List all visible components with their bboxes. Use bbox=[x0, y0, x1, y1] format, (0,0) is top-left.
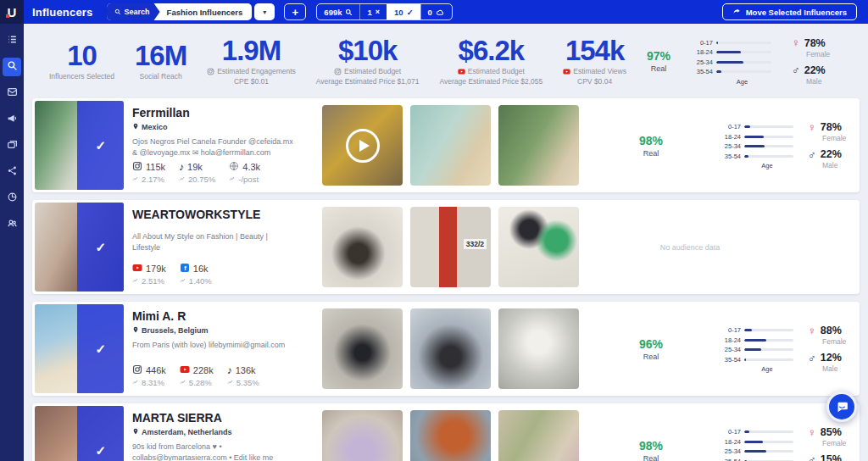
sidebar-item-inbox[interactable] bbox=[3, 84, 21, 103]
real-followers: 98% Real bbox=[626, 439, 676, 461]
stat-estimated-budget-instagram: $10k Estimated Budget Average Estimated … bbox=[316, 36, 420, 86]
app-logo[interactable]: U bbox=[0, 0, 24, 24]
chevron-down-icon: ▾ bbox=[263, 8, 266, 16]
segment-selected[interactable]: 10 ✓ bbox=[387, 4, 420, 19]
age-distribution-chart: 0-17 18-24 25-34 35-54 Age bbox=[691, 36, 771, 86]
forward-arrow-icon bbox=[732, 8, 741, 16]
influencer-row: ✓ WEARTOWORKSTYLE All About My Style on … bbox=[32, 200, 860, 294]
platform-stat: 179k 2.51% bbox=[132, 263, 166, 286]
segment-results[interactable]: 699k bbox=[317, 4, 359, 19]
sidebar-item-lists[interactable] bbox=[3, 31, 21, 50]
sidebar: U bbox=[0, 0, 24, 461]
segment-excluded[interactable]: 1 × bbox=[359, 4, 387, 19]
post-thumbnail[interactable]: 332/2 bbox=[410, 207, 491, 287]
post-thumbnails bbox=[322, 98, 579, 192]
post-thumbnail[interactable] bbox=[498, 410, 579, 461]
stat-influencers-selected: 10 Influencers Selected bbox=[49, 42, 114, 81]
chat-widget-button[interactable] bbox=[826, 392, 857, 422]
post-thumbnails bbox=[322, 403, 579, 461]
platform-stat: 4.3k -/post bbox=[229, 161, 260, 184]
search-icon bbox=[114, 8, 121, 15]
sidebar-item-search[interactable] bbox=[3, 58, 21, 76]
engagement-icon bbox=[227, 378, 234, 387]
female-icon: ♀ bbox=[808, 427, 816, 438]
post-thumbnail[interactable] bbox=[410, 410, 491, 461]
search-dropdown-button[interactable]: ▾ bbox=[254, 3, 275, 20]
audience-zone: 98% Real 0-17 18-24 25-34 35-54 Age ♀78%… bbox=[571, 98, 860, 192]
gender-split: ♀85% Female ♂15% Male bbox=[808, 426, 864, 461]
tiktok-icon: ♪ bbox=[227, 364, 232, 376]
gender-split: ♀88% Female ♂12% Male bbox=[808, 325, 864, 373]
search-query-value[interactable]: Fashion Influencers bbox=[160, 8, 253, 17]
influencer-avatar[interactable]: ✓ bbox=[35, 304, 124, 393]
website-icon bbox=[229, 161, 239, 173]
summary-bar: 10 Influencers Selected 16M Social Reach… bbox=[24, 24, 868, 98]
influencer-avatar[interactable]: ✓ bbox=[35, 406, 124, 461]
male-icon: ♂ bbox=[808, 454, 816, 461]
close-icon: × bbox=[376, 8, 380, 16]
check-icon: ✓ bbox=[95, 443, 106, 458]
cloud-icon bbox=[436, 8, 445, 17]
instagram-icon bbox=[132, 161, 142, 173]
instagram-icon bbox=[207, 68, 214, 75]
search-button[interactable]: Search bbox=[107, 3, 160, 20]
move-selected-button[interactable]: Move Selected Influencers bbox=[722, 3, 857, 20]
influencer-info: WEARTOWORKSTYLE All About My Style on Fa… bbox=[126, 200, 306, 294]
instagram-icon bbox=[334, 68, 342, 75]
post-thumbnail[interactable] bbox=[498, 207, 579, 287]
check-icon: ✓ bbox=[95, 240, 106, 255]
influencer-name[interactable]: WEARTOWORKSTYLE bbox=[132, 208, 303, 221]
result-segments: 699k 1 × 10 ✓ 0 bbox=[316, 3, 453, 20]
check-icon: ✓ bbox=[95, 138, 106, 153]
sidebar-item-share[interactable] bbox=[3, 163, 21, 181]
megaphone-icon bbox=[7, 112, 18, 127]
post-thumbnail[interactable] bbox=[410, 308, 491, 389]
post-thumbnail[interactable] bbox=[498, 105, 579, 186]
male-icon: ♂ bbox=[808, 353, 816, 364]
add-search-button[interactable]: + bbox=[284, 3, 306, 20]
top-bar: Influencers Search Fashion Influencers ▾… bbox=[24, 0, 868, 24]
post-thumbnail-video[interactable] bbox=[322, 105, 403, 186]
sidebar-item-reports[interactable] bbox=[3, 189, 21, 208]
female-icon: ♀ bbox=[808, 122, 816, 133]
engagement-icon bbox=[229, 175, 236, 184]
influencer-avatar[interactable]: ✓ bbox=[35, 101, 124, 190]
search-group: Search Fashion Influencers ▾ bbox=[107, 3, 275, 20]
selected-overlay[interactable]: ✓ bbox=[77, 101, 124, 190]
segment-cloud[interactable]: 0 bbox=[420, 4, 452, 19]
no-audience-message: No audience data bbox=[571, 243, 860, 252]
post-thumbnail[interactable] bbox=[322, 410, 403, 461]
age-distribution-chart: 0-17 18-24 25-34 35-54 Age bbox=[719, 325, 793, 374]
sidebar-item-team[interactable] bbox=[3, 215, 21, 234]
search-pill[interactable]: Search Fashion Influencers bbox=[107, 3, 253, 20]
influencer-bio: From Paris (with love) lifebymimi@gmail.… bbox=[132, 340, 303, 351]
influencer-row: ✓ Mimi A. R Brussels, Belgium From Paris… bbox=[32, 302, 860, 396]
influencer-info: MARTA SIERRA Amsterdam, Netherlands 90s … bbox=[126, 403, 306, 461]
male-icon: ♂ bbox=[808, 149, 816, 160]
engagement-icon bbox=[180, 378, 186, 387]
stat-estimated-engagements: 1.9M Estimated Engagements CPE $0.01 bbox=[207, 36, 296, 86]
engagement-icon bbox=[132, 175, 139, 184]
mail-icon bbox=[7, 86, 18, 101]
stat-estimated-budget-youtube: $6.2k Estimated Budget Average Estimated… bbox=[440, 36, 543, 86]
users-icon bbox=[7, 217, 18, 232]
post-thumbnail[interactable] bbox=[322, 308, 403, 389]
post-thumbnail[interactable] bbox=[410, 105, 491, 186]
post-thumbnails bbox=[322, 302, 579, 396]
influencer-name[interactable]: Mimi A. R bbox=[132, 309, 303, 323]
selected-overlay[interactable]: ✓ bbox=[77, 406, 124, 461]
influencer-name[interactable]: MARTA SIERRA bbox=[132, 411, 303, 425]
post-thumbnail[interactable] bbox=[322, 207, 403, 287]
platform-stat: ♪19k 20.75% bbox=[179, 161, 215, 184]
influencer-avatar[interactable]: ✓ bbox=[35, 203, 124, 292]
youtube-icon bbox=[132, 263, 142, 275]
sidebar-item-collections[interactable] bbox=[3, 136, 21, 155]
search-icon bbox=[7, 59, 18, 75]
post-thumbnail[interactable] bbox=[498, 308, 579, 389]
chat-icon bbox=[835, 400, 849, 414]
selected-overlay[interactable]: ✓ bbox=[77, 304, 124, 393]
pin-icon bbox=[132, 428, 139, 436]
sidebar-item-campaigns[interactable] bbox=[3, 110, 21, 129]
selected-overlay[interactable]: ✓ bbox=[77, 203, 124, 292]
influencer-name[interactable]: Ferrmillan bbox=[132, 106, 303, 119]
